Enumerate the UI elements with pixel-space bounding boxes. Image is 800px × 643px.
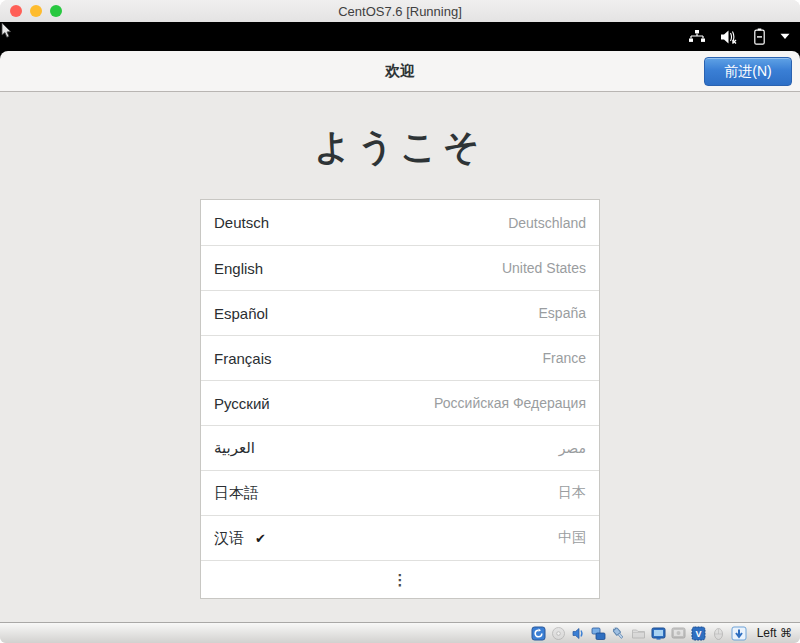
host-key-capture-icon[interactable] bbox=[731, 626, 747, 641]
language-name: 日本語 bbox=[214, 484, 259, 503]
language-region: Российская Федерация bbox=[434, 395, 586, 411]
language-name: English bbox=[214, 260, 263, 277]
features-icon[interactable]: V bbox=[691, 626, 706, 641]
network-adapter-icon[interactable] bbox=[591, 626, 606, 641]
language-region: France bbox=[542, 350, 586, 366]
page-title: 欢迎 bbox=[0, 51, 800, 91]
window-corner bbox=[792, 51, 800, 59]
show-more-languages-row[interactable]: ⋮ bbox=[201, 560, 599, 598]
host-titlebar[interactable]: CentOS7.6 [Running] bbox=[0, 0, 800, 22]
usb-icon[interactable] bbox=[611, 626, 626, 641]
forward-button[interactable]: 前进(N) bbox=[704, 57, 792, 86]
recording-icon[interactable] bbox=[671, 626, 686, 641]
app-header: 欢迎 前进(N) bbox=[0, 51, 800, 92]
virtualbox-vm-window: CentOS7.6 [Running] 欢迎 前进(N) ようこそ Deutsc… bbox=[0, 0, 800, 643]
selected-check-icon: ✔ bbox=[255, 531, 266, 546]
battery-icon[interactable] bbox=[753, 28, 766, 45]
chevron-down-icon[interactable] bbox=[780, 33, 790, 40]
traffic-lights bbox=[10, 5, 62, 17]
language-name: Русский bbox=[214, 395, 270, 412]
language-row[interactable]: 汉语 ✔ 中国 bbox=[201, 515, 599, 560]
language-region: 中国 bbox=[558, 529, 586, 547]
svg-text:V: V bbox=[695, 629, 701, 639]
language-name: Deutsch bbox=[214, 214, 269, 231]
language-name: 汉语 bbox=[214, 529, 244, 548]
hard-disk-icon[interactable] bbox=[531, 626, 546, 641]
window-title: CentOS7.6 [Running] bbox=[338, 4, 462, 19]
shared-folders-icon[interactable] bbox=[631, 626, 646, 641]
language-region: España bbox=[539, 305, 586, 321]
system-status-area[interactable] bbox=[688, 28, 790, 45]
language-row[interactable]: Français France bbox=[201, 335, 599, 380]
language-row[interactable]: 日本語 日本 bbox=[201, 470, 599, 515]
language-region: مصر bbox=[559, 440, 586, 456]
volume-muted-icon[interactable] bbox=[720, 29, 739, 45]
language-name: Español bbox=[214, 305, 268, 322]
host-key-label: Left ⌘ bbox=[757, 626, 792, 640]
mouse-cursor-icon bbox=[1, 23, 12, 39]
audio-icon[interactable] bbox=[571, 626, 586, 641]
ellipsis-icon: ⋮ bbox=[393, 572, 408, 587]
language-row[interactable]: Русский Российская Федерация bbox=[201, 380, 599, 425]
language-region: 日本 bbox=[558, 484, 586, 502]
close-button[interactable] bbox=[10, 5, 22, 17]
network-tree-icon[interactable] bbox=[688, 29, 706, 45]
language-region: United States bbox=[502, 260, 586, 276]
mouse-integration-icon[interactable] bbox=[711, 626, 726, 641]
display-icon[interactable] bbox=[651, 626, 666, 641]
language-row[interactable]: العربية مصر bbox=[201, 425, 599, 470]
language-name: العربية bbox=[214, 439, 255, 457]
language-region: Deutschland bbox=[508, 215, 586, 231]
language-row[interactable]: Deutsch Deutschland bbox=[201, 200, 599, 245]
language-row[interactable]: English United States bbox=[201, 245, 599, 290]
optical-disc-icon[interactable] bbox=[551, 626, 566, 641]
vm-status-bar: V Left ⌘ bbox=[0, 622, 800, 643]
gnome-top-bar bbox=[0, 22, 800, 51]
window-corner bbox=[0, 51, 8, 59]
language-name: Français bbox=[214, 350, 272, 367]
zoom-button[interactable] bbox=[50, 5, 62, 17]
welcome-page: ようこそ Deutsch Deutschland English United … bbox=[0, 92, 800, 622]
minimize-button[interactable] bbox=[30, 5, 42, 17]
language-row[interactable]: Español España bbox=[201, 290, 599, 335]
welcome-heading: ようこそ bbox=[0, 125, 800, 169]
language-list: Deutsch Deutschland English United State… bbox=[200, 199, 600, 599]
